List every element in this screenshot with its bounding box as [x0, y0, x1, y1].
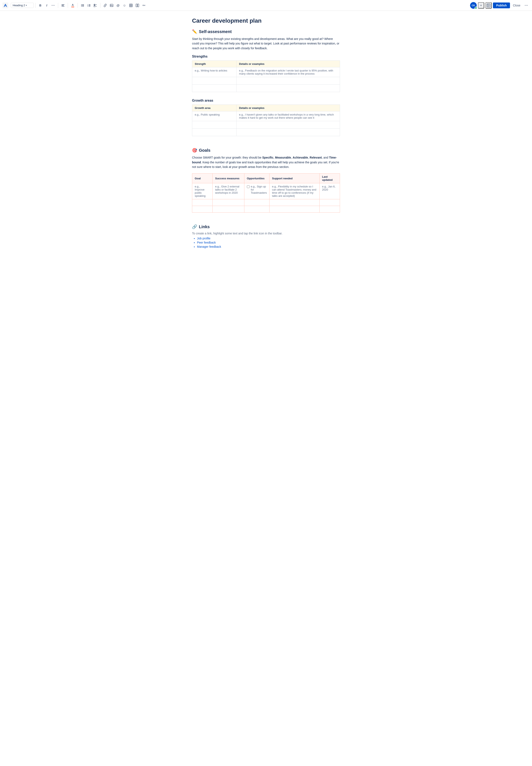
growth-col2-header: Details or examples	[236, 105, 340, 111]
goals-empty2-col5[interactable]	[319, 206, 340, 213]
goals-row1-col3[interactable]: e.g., Sign up for Toastmasters	[244, 183, 269, 199]
align-button[interactable]	[60, 2, 66, 9]
table-row[interactable]: e.g., Public speaking e.g., I haven't gi…	[192, 111, 340, 121]
goals-section: 🎯 Goals Choose SMART goals for your grow…	[192, 148, 340, 213]
goals-col1-header: Goal	[192, 174, 213, 183]
columns-button[interactable]	[134, 2, 140, 9]
strengths-empty1-col2[interactable]	[236, 77, 340, 85]
goals-col4-header: Support needed	[270, 174, 320, 183]
svg-point-4	[81, 4, 82, 5]
svg-rect-1	[62, 4, 64, 5]
goals-row1-col1[interactable]: e.g., Improve public speaking	[192, 183, 213, 199]
growth-empty1-col1[interactable]	[192, 121, 236, 129]
growth-empty2-col1[interactable]	[192, 129, 236, 136]
image-button[interactable]	[108, 2, 115, 9]
goals-intro-text1: Choose SMART goals for your growth: they…	[192, 156, 262, 159]
more-format-button[interactable]: ···	[50, 2, 56, 9]
goals-empty1-col5[interactable]	[319, 199, 340, 206]
goals-empty1-col3[interactable]	[244, 199, 269, 206]
bold-button[interactable]: B	[37, 2, 43, 9]
svg-rect-13	[89, 4, 90, 5]
growth-row1-col1[interactable]: e.g., Public speaking	[192, 111, 236, 121]
list-item[interactable]: Peer feedback	[197, 241, 340, 244]
strengths-table: Strength Details or examples e.g., Writi…	[192, 60, 340, 92]
template-button[interactable]	[485, 2, 492, 9]
page-title[interactable]: Career development plan	[192, 17, 340, 24]
table-row[interactable]	[192, 129, 340, 136]
list-item[interactable]: Manager feedback	[197, 245, 340, 248]
svg-rect-27	[136, 4, 137, 7]
goals-intro-end: . Keep the number of goals low and track…	[192, 161, 339, 169]
numbered-list-button[interactable]: 1. 2. 3.	[86, 2, 92, 9]
goals-empty1-col4[interactable]	[270, 199, 320, 206]
list-format-group: 1. 2. 3.	[79, 2, 99, 9]
strengths-empty2-col1[interactable]	[192, 85, 236, 92]
add-collaborator-button[interactable]: +	[478, 2, 484, 9]
goals-empty2-col3[interactable]	[244, 206, 269, 213]
links-section: 🔗 Links To create a link, highlight some…	[192, 224, 340, 248]
heading-style-select[interactable]: Heading 2 ▾	[11, 3, 34, 8]
insert-more-button[interactable]: + ▾	[141, 2, 147, 9]
svg-rect-30	[488, 4, 488, 5]
table-row[interactable]	[192, 121, 340, 129]
self-assessment-heading: ✏️ Self-assessment	[192, 29, 340, 34]
goals-col2-header: Success measures	[213, 174, 244, 183]
strengths-subsection: Strengths Strength Details or examples e…	[192, 55, 340, 92]
strengths-heading[interactable]: Strengths	[192, 55, 340, 58]
goals-row1-col5[interactable]: e.g., Jan 6, 2020	[319, 183, 340, 199]
table-row[interactable]	[192, 77, 340, 85]
svg-rect-7	[82, 5, 84, 6]
goals-empty2-col2[interactable]	[213, 206, 244, 213]
goals-empty1-col2[interactable]	[213, 199, 244, 206]
overflow-button[interactable]: ···	[523, 2, 530, 9]
growth-areas-heading[interactable]: Growth areas	[192, 99, 340, 102]
links-heading-text[interactable]: Links	[199, 224, 210, 229]
link-button[interactable]	[102, 2, 108, 9]
app-logo[interactable]	[2, 2, 8, 8]
table-row[interactable]	[192, 199, 340, 206]
goals-empty2-col1[interactable]	[192, 206, 213, 213]
goals-row1-col2[interactable]: e.g., Give 2 external talks or facilitat…	[213, 183, 244, 199]
growth-row1-col2[interactable]: e.g., I haven't given any talks or facil…	[236, 111, 340, 121]
table-row[interactable]: e.g., Improve public speaking e.g., Give…	[192, 183, 340, 199]
svg-rect-17	[94, 6, 95, 7]
strengths-col1-header: Strength	[192, 61, 236, 67]
goals-col3-header: Opportunities	[244, 174, 269, 183]
mention-button[interactable]: @	[115, 2, 121, 9]
bullet-list-button[interactable]	[79, 2, 86, 9]
svg-rect-19	[96, 6, 97, 6]
italic-button[interactable]: I	[44, 2, 50, 9]
growth-areas-subsection: Growth areas Growth area Details or exam…	[192, 99, 340, 136]
links-list: Job profile Peer feedback Manager feedba…	[192, 237, 340, 248]
strengths-empty2-col2[interactable]	[236, 85, 340, 92]
close-button[interactable]: Close	[511, 2, 522, 8]
goals-opportunity-checkbox[interactable]	[247, 185, 250, 188]
avatar[interactable]: CK	[470, 2, 477, 9]
table-row[interactable]: e.g., Writing how-to articles e.g., Feed…	[192, 67, 340, 77]
goals-empty2-col4[interactable]	[270, 206, 320, 213]
task-list-button[interactable]	[92, 2, 99, 9]
goals-empty1-col1[interactable]	[192, 199, 213, 206]
strengths-row1-col1[interactable]: e.g., Writing how-to articles	[192, 67, 236, 77]
goals-row1-col4[interactable]: e.g., Flexibility in my schedule so I ca…	[270, 183, 320, 199]
goals-heading-text[interactable]: Goals	[199, 148, 211, 153]
self-assessment-heading-text[interactable]: Self-assessment	[199, 29, 232, 34]
strengths-empty1-col1[interactable]	[192, 77, 236, 85]
growth-empty1-col2[interactable]	[236, 121, 340, 129]
list-item[interactable]: Job profile	[197, 237, 340, 240]
goals-intro-bold2: Measurable	[275, 156, 291, 159]
goals-intro-bold4: Relevant	[310, 156, 322, 159]
svg-rect-14	[89, 5, 90, 6]
table-row[interactable]	[192, 85, 340, 92]
strengths-row1-col2[interactable]: e.g., Feedback on the migration article …	[236, 67, 340, 77]
table-row[interactable]	[192, 206, 340, 213]
text-color-button[interactable]: A	[70, 2, 76, 9]
goals-intro-bold1: Specific	[262, 156, 273, 159]
self-assessment-intro: Start by thinking through your existing …	[192, 37, 340, 50]
goals-header-row: Goal Success measures Opportunities Supp…	[192, 174, 340, 183]
emoji-button[interactable]: ☺	[121, 2, 128, 9]
table-button[interactable]	[128, 2, 134, 9]
publish-button[interactable]: Publish	[493, 2, 510, 8]
strengths-header-row: Strength Details or examples	[192, 61, 340, 67]
growth-empty2-col2[interactable]	[236, 129, 340, 136]
